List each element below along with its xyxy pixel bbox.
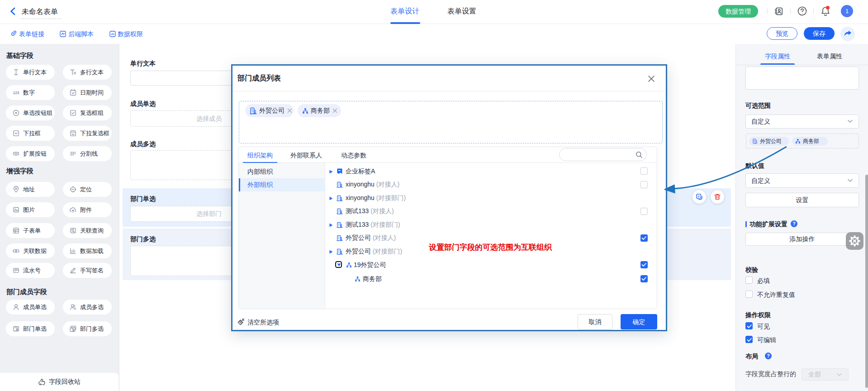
svg-text:123: 123 bbox=[13, 91, 19, 95]
